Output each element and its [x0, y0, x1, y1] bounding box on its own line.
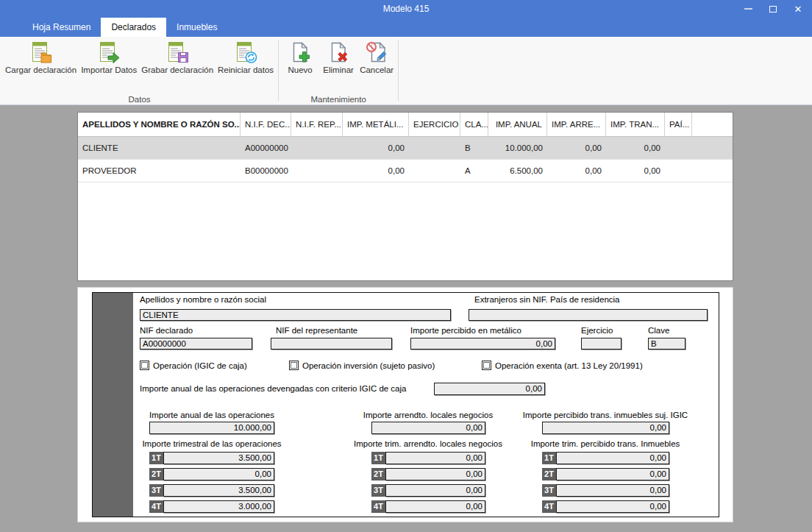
q1-operaciones-field[interactable]: 3.500,00 — [163, 452, 274, 464]
q4-transmision-field[interactable]: 0,00 — [556, 500, 669, 513]
window-title: Modelo 415 — [0, 0, 812, 18]
eliminar-button[interactable]: Eliminar — [319, 38, 357, 75]
maximize-button[interactable] — [761, 0, 786, 18]
button-label: Grabar declaración — [141, 65, 213, 75]
importe-metalico-field[interactable]: 0,00 — [410, 338, 555, 350]
column-header-clave[interactable]: CLA... — [460, 113, 488, 136]
reset-data-icon — [234, 40, 257, 64]
declarados-grid: APELLIDOS Y NOMBRE O RAZÓN SO... N.I.F. … — [77, 112, 733, 281]
column-header-imp-metalico[interactable]: IMP. METÁLI... — [343, 113, 409, 136]
cell-imp-arrendamiento: 0,00 — [547, 137, 606, 159]
annual-transmision-label: Importe percibido trans. inmuebles suj. … — [523, 411, 688, 419]
igic-caja-field[interactable]: 0,00 — [434, 383, 545, 395]
column-header-imp-transmision[interactable]: IMP. TRAN... — [606, 113, 665, 136]
save-declaration-icon — [165, 40, 189, 64]
annual-arrendamiento-field[interactable]: 0,00 — [371, 422, 485, 434]
ribbon-tabbar: Hoja Resumen Declarados Inmuebles — [0, 18, 812, 37]
checkbox-label: Operación (IGIC de caja) — [153, 361, 247, 370]
importar-datos-button[interactable]: Importar Datos — [79, 38, 139, 75]
extranjeros-field[interactable] — [469, 309, 708, 321]
cell-clave: B — [460, 137, 488, 159]
checkbox-icon[interactable] — [140, 361, 149, 370]
cell-nif-representante — [291, 160, 343, 182]
quarter-4t-badge: 4T — [542, 500, 556, 513]
cell-imp-transmision: 0,00 — [606, 137, 665, 159]
nif-representante-field[interactable] — [271, 338, 392, 350]
ribbon: Cargar declaración Importar Datos — [0, 37, 812, 105]
q4-operaciones-field[interactable]: 3.000,00 — [163, 500, 274, 513]
q3-transmision-field[interactable]: 0,00 — [556, 484, 669, 497]
q4-arrendamiento-field[interactable]: 0,00 — [385, 500, 485, 513]
quarter-4t-badge: 4T — [371, 500, 385, 513]
cell-apellidos: CLIENTE — [78, 137, 241, 159]
checkbox-operacion-inversion[interactable]: Operación inversión (sujeto pasivo) — [289, 361, 435, 370]
cell-imp-metalico: 0,00 — [343, 137, 409, 159]
tab-declarados[interactable]: Declarados — [101, 18, 166, 37]
table-row[interactable]: PROVEEDOR B00000000 0,00 A 6.500,00 0,00… — [78, 160, 733, 182]
column-header-pais[interactable]: PAÍ... — [665, 113, 692, 136]
cell-pais — [665, 137, 692, 159]
igic-caja-label: Importe anual de las operaciones devenga… — [140, 384, 406, 393]
annual-operaciones-field[interactable]: 10.000,00 — [149, 422, 274, 434]
close-button[interactable]: ✕ — [786, 0, 811, 18]
checkbox-igic-caja[interactable]: Operación (IGIC de caja) — [140, 361, 247, 370]
detail-form: Apellidos y nombre o razón social CLIENT… — [92, 292, 719, 517]
cell-imp-arrendamiento: 0,00 — [547, 160, 606, 182]
q1-arrendamiento-field[interactable]: 0,00 — [385, 452, 485, 464]
q2-transmision-field[interactable]: 0,00 — [556, 468, 669, 480]
group-label-mantenimiento: Mantenimiento — [279, 95, 397, 104]
record-side-strip — [93, 293, 133, 517]
nuevo-button[interactable]: Nuevo — [281, 38, 319, 75]
column-header-nif-declarado[interactable]: N.I.F. DEC... — [241, 113, 291, 136]
cancel-edit-icon — [365, 40, 388, 64]
column-header-apellidos[interactable]: APELLIDOS Y NOMBRE O RAZÓN SO... — [78, 113, 241, 136]
quarter-4t-badge: 4T — [149, 500, 163, 513]
delete-record-icon — [327, 40, 350, 64]
cell-nif-declarado: A00000000 — [241, 137, 291, 159]
cell-filler — [692, 137, 733, 159]
checkbox-operacion-exenta[interactable]: Operación exenta (art. 13 Ley 20/1991) — [482, 361, 643, 370]
table-row[interactable]: CLIENTE A00000000 0,00 B 10.000,00 0,00 … — [78, 137, 733, 160]
importe-metalico-label: Importe percibido en metálico — [410, 326, 521, 335]
q2-arrendamiento-field[interactable]: 0,00 — [385, 468, 485, 480]
checkbox-icon[interactable] — [289, 361, 299, 370]
clave-field[interactable]: B — [648, 338, 685, 350]
cargar-declaracion-button[interactable]: Cargar declaración — [3, 38, 79, 75]
nif-representante-label: NIF del representante — [276, 326, 357, 335]
q2-operaciones-field[interactable]: 0,00 — [163, 468, 274, 480]
q1-transmision-field[interactable]: 0,00 — [556, 452, 669, 464]
grid-header-row: APELLIDOS Y NOMBRE O RAZÓN SO... N.I.F. … — [78, 113, 733, 137]
column-header-imp-anual[interactable]: IMP. ANUAL — [488, 113, 547, 136]
titlebar: Modelo 415 ✕ — [0, 0, 812, 18]
reiniciar-datos-button[interactable]: Reiniciar datos — [216, 38, 276, 75]
minimize-button[interactable] — [736, 0, 761, 18]
tab-inmuebles[interactable]: Inmuebles — [166, 18, 227, 37]
new-record-icon — [288, 40, 312, 64]
datos-buttons: Cargar declaración Importar Datos — [3, 38, 276, 93]
checkbox-label: Operación exenta (art. 13 Ley 20/1991) — [495, 361, 643, 370]
cell-pais — [665, 160, 692, 182]
nif-declarado-field[interactable]: A00000000 — [140, 338, 252, 350]
column-header-nif-representante[interactable]: N.I.F. REP... — [291, 113, 343, 136]
grabar-declaracion-button[interactable]: Grabar declaración — [139, 38, 216, 75]
annual-arrendamiento-label: Importe arrendto. locales negocios — [363, 411, 493, 419]
button-label: Nuevo — [288, 65, 313, 75]
column-header-ejercicio[interactable]: EJERCICIO — [409, 113, 460, 136]
trimestral-operaciones-label: Importe trimestral de las operaciones — [142, 439, 281, 448]
cell-imp-anual: 6.500,00 — [488, 160, 547, 182]
ribbon-group-datos: Cargar declaración Importar Datos — [1, 37, 277, 104]
cancelar-button[interactable]: Cancelar — [357, 38, 396, 75]
column-header-filler — [692, 113, 733, 136]
workspace: APELLIDOS Y NOMBRE O RAZÓN SO... N.I.F. … — [0, 105, 812, 532]
tab-hoja-resumen[interactable]: Hoja Resumen — [22, 18, 101, 37]
window-controls: ✕ — [736, 0, 811, 18]
cell-ejercicio — [409, 160, 460, 182]
button-label: Cargar declaración — [5, 65, 76, 75]
q3-arrendamiento-field[interactable]: 0,00 — [385, 484, 485, 497]
apellidos-field[interactable]: CLIENTE — [140, 309, 451, 321]
annual-transmision-field[interactable]: 0,00 — [542, 422, 669, 434]
ejercicio-field[interactable] — [581, 338, 622, 350]
checkbox-icon[interactable] — [482, 361, 491, 370]
column-header-imp-arrendamiento[interactable]: IMP. ARRE... — [547, 113, 606, 136]
q3-operaciones-field[interactable]: 3.500,00 — [163, 484, 274, 497]
